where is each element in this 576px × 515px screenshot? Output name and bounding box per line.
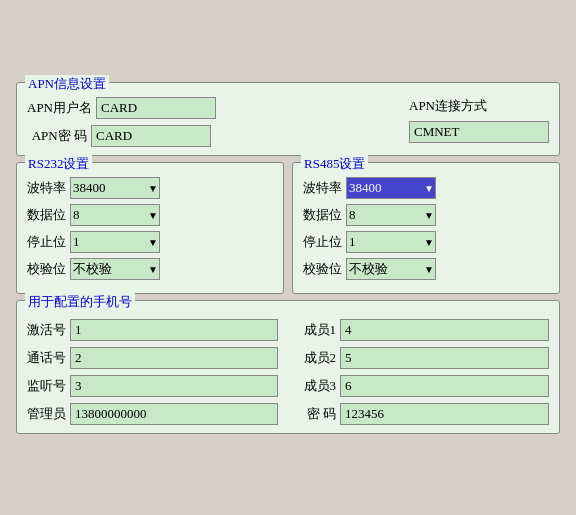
rs485-data-label: 数据位 xyxy=(303,206,342,224)
member3-input[interactable] xyxy=(340,375,549,397)
rs232-baud-select[interactable]: 38400 xyxy=(70,177,160,199)
rs232-baud-label: 波特率 xyxy=(27,179,66,197)
apn-username-label: APN用户名 xyxy=(27,99,92,117)
activate-label: 激活号 xyxy=(27,321,66,339)
apn-connection-label: APN连接方式 xyxy=(409,97,487,115)
rs485-stop-wrapper: 1 ▼ xyxy=(346,231,436,253)
admin-row: 管理员 xyxy=(27,403,278,425)
rs232-baud-row: 波特率 38400 ▼ xyxy=(27,177,273,199)
rs485-parity-row: 校验位 不校验 ▼ xyxy=(303,258,549,280)
apn-password-input[interactable] xyxy=(91,125,211,147)
member2-label: 成员2 xyxy=(298,349,336,367)
rs232-parity-row: 校验位 不校验 ▼ xyxy=(27,258,273,280)
rs485-baud-label: 波特率 xyxy=(303,179,342,197)
activate-row: 激活号 xyxy=(27,319,278,341)
member3-row: 成员3 xyxy=(298,375,549,397)
rs-container: RS232设置 波特率 38400 ▼ 数据位 8 ▼ xyxy=(16,162,560,294)
rs485-title: RS485设置 xyxy=(301,155,368,173)
phone-grid: 激活号 成员1 通话号 成员2 监听号 成员3 xyxy=(27,319,549,425)
rs485-stop-label: 停止位 xyxy=(303,233,342,251)
rs485-data-wrapper: 8 ▼ xyxy=(346,204,436,226)
rs232-parity-label: 校验位 xyxy=(27,260,66,278)
rs232-stop-select[interactable]: 1 xyxy=(70,231,160,253)
apn-password-label: APN密 码 xyxy=(27,127,87,145)
apn-username-input[interactable] xyxy=(96,97,216,119)
rs485-stop-row: 停止位 1 ▼ xyxy=(303,231,549,253)
rs232-stop-row: 停止位 1 ▼ xyxy=(27,231,273,253)
rs232-data-row: 数据位 8 ▼ xyxy=(27,204,273,226)
rs232-baud-wrapper: 38400 ▼ xyxy=(70,177,160,199)
rs232-data-select[interactable]: 8 xyxy=(70,204,160,226)
admin-input[interactable] xyxy=(70,403,278,425)
call-row: 通话号 xyxy=(27,347,278,369)
rs232-title: RS232设置 xyxy=(25,155,92,173)
main-container: APN信息设置 APN用户名 APN密 码 APN连接方式 RS232设置 波特… xyxy=(10,76,566,440)
rs485-stop-select[interactable]: 1 xyxy=(346,231,436,253)
rs485-data-select[interactable]: 8 xyxy=(346,204,436,226)
rs485-section: RS485设置 波特率 38400 ▼ 数据位 8 ▼ xyxy=(292,162,560,294)
apn-connection-input[interactable] xyxy=(409,121,549,143)
apn-left: APN用户名 APN密 码 xyxy=(27,97,216,147)
member2-row: 成员2 xyxy=(298,347,549,369)
rs232-stop-label: 停止位 xyxy=(27,233,66,251)
rs232-data-label: 数据位 xyxy=(27,206,66,224)
activate-input[interactable] xyxy=(70,319,278,341)
member1-label: 成员1 xyxy=(298,321,336,339)
rs485-baud-row: 波特率 38400 ▼ xyxy=(303,177,549,199)
apn-username-row: APN用户名 xyxy=(27,97,216,119)
rs485-parity-label: 校验位 xyxy=(303,260,342,278)
apn-section-title: APN信息设置 xyxy=(25,75,109,93)
phone-section-title: 用于配置的手机号 xyxy=(25,293,135,311)
phone-section: 用于配置的手机号 激活号 成员1 通话号 成员2 监听号 xyxy=(16,300,560,434)
rs232-data-wrapper: 8 ▼ xyxy=(70,204,160,226)
call-label: 通话号 xyxy=(27,349,66,367)
rs232-parity-wrapper: 不校验 ▼ xyxy=(70,258,160,280)
admin-label: 管理员 xyxy=(27,405,66,423)
rs485-data-row: 数据位 8 ▼ xyxy=(303,204,549,226)
rs485-baud-wrapper: 38400 ▼ xyxy=(346,177,436,199)
rs232-stop-wrapper: 1 ▼ xyxy=(70,231,160,253)
phone-password-input[interactable] xyxy=(340,403,549,425)
member3-label: 成员3 xyxy=(298,377,336,395)
monitor-input[interactable] xyxy=(70,375,278,397)
apn-section: APN信息设置 APN用户名 APN密 码 APN连接方式 xyxy=(16,82,560,156)
apn-password-row: APN密 码 xyxy=(27,125,216,147)
member1-input[interactable] xyxy=(340,319,549,341)
member1-row: 成员1 xyxy=(298,319,549,341)
monitor-label: 监听号 xyxy=(27,377,66,395)
rs485-parity-wrapper: 不校验 ▼ xyxy=(346,258,436,280)
rs232-parity-select[interactable]: 不校验 xyxy=(70,258,160,280)
phone-password-row: 密 码 xyxy=(298,403,549,425)
monitor-row: 监听号 xyxy=(27,375,278,397)
rs485-parity-select[interactable]: 不校验 xyxy=(346,258,436,280)
phone-password-label: 密 码 xyxy=(298,405,336,423)
rs232-section: RS232设置 波特率 38400 ▼ 数据位 8 ▼ xyxy=(16,162,284,294)
apn-right: APN连接方式 xyxy=(409,97,549,143)
member2-input[interactable] xyxy=(340,347,549,369)
call-input[interactable] xyxy=(70,347,278,369)
rs485-baud-select[interactable]: 38400 xyxy=(346,177,436,199)
